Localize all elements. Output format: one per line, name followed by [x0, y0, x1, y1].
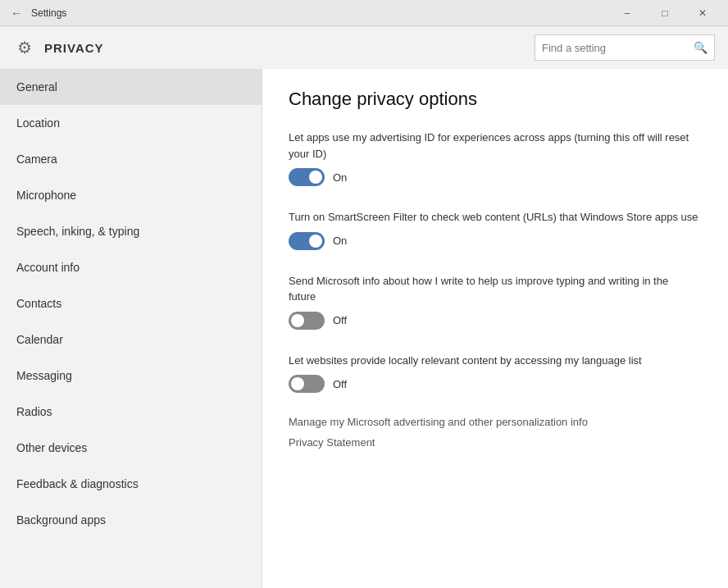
sidebar-item-calendar[interactable]: Calendar — [0, 321, 262, 358]
app-header: ⚙ PRIVACY 🔍 — [0, 26, 728, 69]
toggle-knob-smartscreen — [309, 235, 322, 248]
setting-row-language-list: Let websites provide locally relevant co… — [289, 353, 702, 394]
link-manage-advertising[interactable]: Manage my Microsoft advertising and othe… — [289, 416, 702, 428]
toggle-label-typing-info: Off — [333, 314, 347, 326]
setting-desc-language-list: Let websites provide locally relevant co… — [289, 353, 698, 369]
toggle-row-advertising-id: On — [289, 168, 702, 186]
privacy-icon: ⚙ — [13, 36, 36, 59]
setting-row-advertising-id: Let apps use my advertising ID for exper… — [289, 130, 702, 186]
search-icon: 🔍 — [694, 41, 708, 54]
toggle-language-list[interactable] — [289, 375, 325, 393]
maximize-button[interactable]: □ — [646, 0, 684, 26]
sidebar-item-other-devices[interactable]: Other devices — [0, 430, 262, 466]
toggle-label-smartscreen: On — [333, 235, 347, 247]
links-container: Manage my Microsoft advertising and othe… — [289, 416, 702, 449]
close-icon: ✕ — [698, 7, 707, 19]
link-privacy-statement[interactable]: Privacy Statement — [289, 436, 702, 449]
window-controls: – □ ✕ — [608, 0, 721, 26]
sidebar-item-camera[interactable]: Camera — [0, 141, 262, 177]
toggle-row-typing-info: Off — [289, 312, 702, 330]
back-button[interactable]: ← — [7, 3, 26, 23]
sidebar: GeneralLocationCameraMicrophoneSpeech, i… — [0, 69, 262, 588]
toggle-advertising-id[interactable] — [289, 168, 325, 186]
toggle-knob-typing-info — [291, 314, 304, 327]
content-area: Change privacy options Let apps use my a… — [262, 69, 728, 588]
toggle-row-language-list: Off — [289, 375, 702, 393]
minimize-button[interactable]: – — [608, 0, 646, 26]
toggle-smartscreen[interactable] — [289, 232, 325, 250]
sidebar-item-account-info[interactable]: Account info — [0, 249, 262, 285]
setting-row-typing-info: Send Microsoft info about how I write to… — [289, 273, 702, 330]
toggle-knob-advertising-id — [309, 171, 322, 184]
setting-desc-typing-info: Send Microsoft info about how I write to… — [289, 273, 698, 305]
settings-container: Let apps use my advertising ID for exper… — [289, 130, 702, 393]
app-content: ⚙ PRIVACY 🔍 GeneralLocationCameraMicroph… — [0, 26, 728, 588]
setting-desc-smartscreen: Turn on SmartScreen Filter to check web … — [289, 209, 698, 226]
minimize-icon: – — [625, 7, 630, 19]
maximize-icon: □ — [662, 7, 667, 19]
close-button[interactable]: ✕ — [684, 0, 721, 26]
search-input[interactable] — [542, 42, 694, 54]
page-title: Change privacy options — [289, 89, 702, 110]
title-bar: ← Settings – □ ✕ — [0, 0, 728, 26]
setting-desc-advertising-id: Let apps use my advertising ID for exper… — [289, 130, 698, 162]
sidebar-item-microphone[interactable]: Microphone — [0, 177, 262, 213]
sidebar-item-location[interactable]: Location — [0, 105, 262, 141]
sidebar-item-speech[interactable]: Speech, inking, & typing — [0, 213, 262, 249]
toggle-knob-language-list — [291, 377, 304, 390]
sidebar-item-messaging[interactable]: Messaging — [0, 358, 262, 394]
sidebar-item-feedback[interactable]: Feedback & diagnostics — [0, 466, 262, 502]
toggle-label-advertising-id: On — [333, 171, 347, 184]
setting-row-smartscreen: Turn on SmartScreen Filter to check web … — [289, 209, 702, 250]
toggle-row-smartscreen: On — [289, 232, 702, 250]
toggle-typing-info[interactable] — [289, 312, 325, 330]
main-layout: GeneralLocationCameraMicrophoneSpeech, i… — [0, 69, 728, 588]
sidebar-item-general[interactable]: General — [0, 69, 262, 105]
app-title: PRIVACY — [44, 41, 535, 55]
back-icon: ← — [11, 7, 22, 20]
sidebar-item-background-apps[interactable]: Background apps — [0, 502, 262, 538]
search-box[interactable]: 🔍 — [535, 34, 715, 61]
sidebar-item-contacts[interactable]: Contacts — [0, 285, 262, 321]
toggle-label-language-list: Off — [333, 378, 347, 390]
window-title: Settings — [31, 7, 608, 19]
sidebar-item-radios[interactable]: Radios — [0, 394, 262, 430]
